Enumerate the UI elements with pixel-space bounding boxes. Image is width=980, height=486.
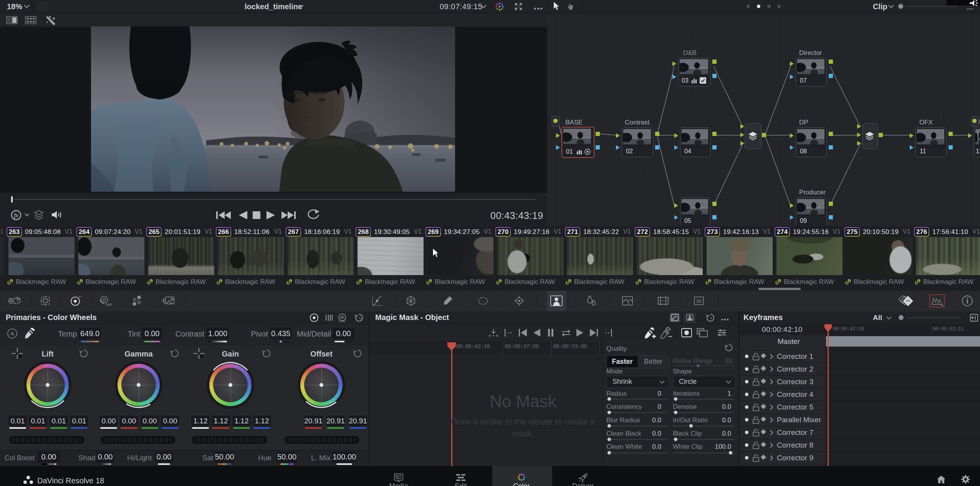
svg-text:A: A (10, 330, 14, 337)
svg-text:HDR: HDR (106, 303, 112, 307)
svg-text:3D: 3D (696, 299, 702, 304)
svg-text:LOG: LOG (339, 320, 346, 323)
svg-text:fx: fx (14, 212, 18, 219)
